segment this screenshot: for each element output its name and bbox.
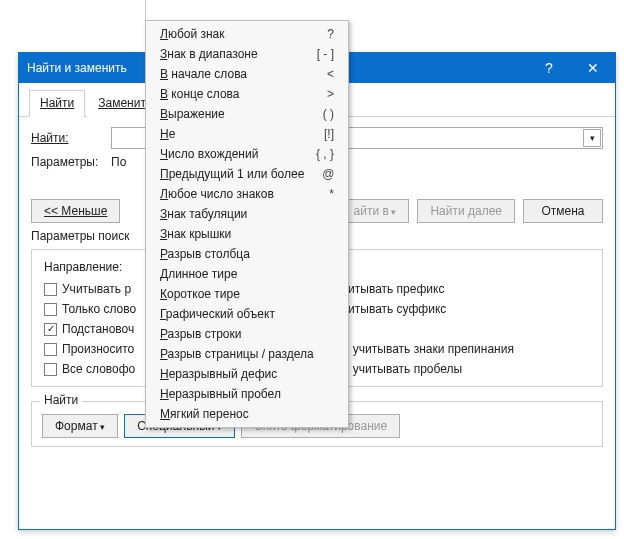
menu-item-shortcut: { , } bbox=[316, 147, 334, 161]
menu-item-8[interactable]: Любое число знаков* bbox=[146, 184, 348, 204]
menu-item-6[interactable]: Число вхождений{ , } bbox=[146, 144, 348, 164]
menu-item-label: Короткое тире bbox=[160, 287, 334, 301]
format-button[interactable]: Формат bbox=[42, 414, 118, 438]
menu-item-13[interactable]: Короткое тире bbox=[146, 284, 348, 304]
menu-item-shortcut: * bbox=[329, 187, 334, 201]
check-word-forms[interactable]: Все словофо bbox=[44, 362, 136, 376]
help-button[interactable]: ? bbox=[527, 53, 571, 83]
menu-item-19[interactable]: Мягкий перенос bbox=[146, 404, 348, 424]
tab-find[interactable]: Найти bbox=[29, 90, 85, 117]
menu-item-label: Любое число знаков bbox=[160, 187, 311, 201]
menu-item-17[interactable]: Неразрывный дефис bbox=[146, 364, 348, 384]
menu-item-9[interactable]: Знак табуляции bbox=[146, 204, 348, 224]
menu-item-label: Графический объект bbox=[160, 307, 334, 321]
menu-item-label: Разрыв строки bbox=[160, 327, 334, 341]
find-in-button[interactable]: айти в bbox=[341, 199, 410, 223]
check-whole-word[interactable]: Только слово bbox=[44, 302, 136, 316]
menu-item-3[interactable]: В конце слова> bbox=[146, 84, 348, 104]
menu-item-label: Знак табуляции bbox=[160, 207, 334, 221]
menu-item-shortcut: ? bbox=[327, 27, 334, 41]
menu-item-2[interactable]: В начале слова< bbox=[146, 64, 348, 84]
menu-item-0[interactable]: Любой знак? bbox=[146, 24, 348, 44]
menu-item-label: Неразрывный дефис bbox=[160, 367, 334, 381]
menu-item-14[interactable]: Графический объект bbox=[146, 304, 348, 324]
menu-item-label: Число вхождений bbox=[160, 147, 298, 161]
tab-find-label: Найти bbox=[40, 96, 74, 110]
menu-item-16[interactable]: Разрыв страницы / раздела bbox=[146, 344, 348, 364]
menu-item-11[interactable]: Разрыв столбца bbox=[146, 244, 348, 264]
special-menu: Любой знак?Знак в диапазоне[ - ]В начале… bbox=[145, 20, 349, 428]
check-case[interactable]: Учитывать р bbox=[44, 282, 136, 296]
params-value: По bbox=[111, 155, 126, 169]
menu-item-shortcut: [!] bbox=[324, 127, 334, 141]
menu-item-15[interactable]: Разрыв строки bbox=[146, 324, 348, 344]
menu-item-7[interactable]: Предыдущий 1 или более@ bbox=[146, 164, 348, 184]
find-dropdown-icon[interactable]: ▾ bbox=[583, 129, 601, 147]
check-wildcards[interactable]: Подстановоч bbox=[44, 322, 136, 336]
menu-item-10[interactable]: Знак крышки bbox=[146, 224, 348, 244]
menu-item-shortcut: @ bbox=[322, 167, 334, 181]
menu-item-4[interactable]: Выражение( ) bbox=[146, 104, 348, 124]
menu-item-shortcut: ( ) bbox=[323, 107, 334, 121]
menu-item-label: Неразрывный пробел bbox=[160, 387, 334, 401]
menu-item-18[interactable]: Неразрывный пробел bbox=[146, 384, 348, 404]
menu-item-label: Предыдущий 1 или более bbox=[160, 167, 304, 181]
close-button[interactable]: ✕ bbox=[571, 53, 615, 83]
find-next-button[interactable]: Найти далее bbox=[417, 199, 515, 223]
find-group-legend: Найти bbox=[40, 393, 82, 407]
menu-item-1[interactable]: Знак в диапазоне[ - ] bbox=[146, 44, 348, 64]
less-button[interactable]: << Меньше bbox=[31, 199, 120, 223]
menu-item-shortcut: < bbox=[327, 67, 334, 81]
menu-item-label: Не bbox=[160, 127, 306, 141]
find-label: Найти: bbox=[31, 131, 103, 145]
check-sounds-like[interactable]: Произносито bbox=[44, 342, 136, 356]
cancel-button[interactable]: Отмена bbox=[523, 199, 603, 223]
params-label: Параметры: bbox=[31, 155, 103, 169]
menu-item-label: Знак в диапазоне bbox=[160, 47, 299, 61]
menu-item-label: Любой знак bbox=[160, 27, 309, 41]
menu-item-5[interactable]: Не[!] bbox=[146, 124, 348, 144]
menu-item-12[interactable]: Длинное тире bbox=[146, 264, 348, 284]
menu-item-label: Разрыв страницы / раздела bbox=[160, 347, 334, 361]
menu-item-label: Длинное тире bbox=[160, 267, 334, 281]
menu-item-label: Знак крышки bbox=[160, 227, 334, 241]
menu-item-label: Мягкий перенос bbox=[160, 407, 334, 421]
menu-item-label: В начале слова bbox=[160, 67, 309, 81]
menu-item-label: Разрыв столбца bbox=[160, 247, 334, 261]
menu-item-label: В конце слова bbox=[160, 87, 309, 101]
menu-item-shortcut: > bbox=[327, 87, 334, 101]
menu-item-label: Выражение bbox=[160, 107, 305, 121]
menu-item-shortcut: [ - ] bbox=[317, 47, 334, 61]
